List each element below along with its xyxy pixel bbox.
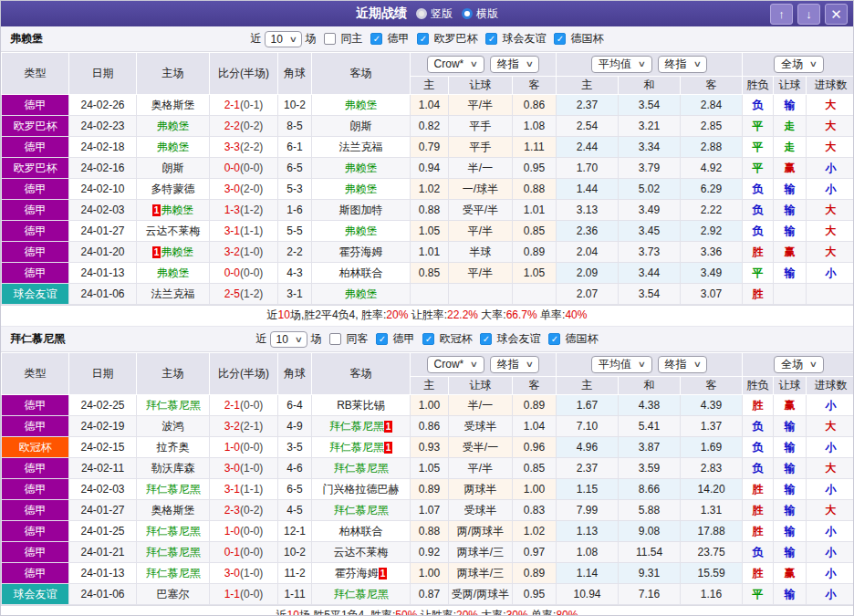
- final-odds-dropdown[interactable]: 终指∨: [490, 56, 540, 73]
- average-odds-dropdown[interactable]: 平均值∨: [591, 356, 652, 373]
- column-header-date-cell: 日期: [69, 353, 137, 395]
- average-odds-dropdown[interactable]: 平均值∨: [591, 56, 652, 73]
- league-checkbox-label: 球会友谊: [496, 331, 540, 347]
- home-team-cell: 弗赖堡: [137, 263, 210, 284]
- result-handicap: 输: [774, 458, 807, 479]
- league-checkbox-1[interactable]: ✓: [376, 333, 388, 345]
- score-halftime: (2-2): [240, 141, 263, 153]
- league-checkbox-2[interactable]: ✓: [417, 33, 429, 45]
- team-name: 拜仁慕尼黑: [334, 462, 389, 475]
- away-team-cell: 门兴格拉德巴赫: [312, 479, 411, 500]
- move-up-button[interactable]: ↑: [770, 4, 793, 25]
- league-checkbox-2[interactable]: ✓: [422, 333, 434, 345]
- team-name: 弗赖堡: [157, 120, 190, 132]
- corner-cell: 2-2: [278, 242, 312, 263]
- odds-source-dropdown[interactable]: Crow*∨: [427, 356, 484, 373]
- asian-away-odds: 1.08: [513, 116, 557, 137]
- league-cell: 德甲: [2, 95, 69, 116]
- score-cell: 3-2(2-1): [210, 416, 278, 437]
- final-odds-dropdown-2[interactable]: 终指∨: [658, 56, 708, 73]
- match-count-value: 10: [271, 33, 283, 46]
- result-outcome: 负: [743, 200, 774, 221]
- table-row: 德甲24-01-21拜仁慕尼黑0-1(0-0)10-2云达不莱梅0.92两球半/…: [2, 542, 854, 563]
- match-count-select[interactable]: 10∨: [270, 331, 308, 348]
- sub-column-header-asian-home-odds: 主: [411, 377, 449, 395]
- euro-home-odds: 2.54: [557, 116, 619, 137]
- league-cell: 德甲: [2, 500, 69, 521]
- corner-cell: 11-2: [278, 563, 312, 584]
- euro-draw-odds: 5.41: [619, 416, 681, 437]
- team-name: 朗斯: [162, 162, 184, 174]
- team-name: 多特蒙德: [151, 183, 195, 195]
- layout-radio-vertical[interactable]: 竖版: [416, 6, 453, 22]
- corner-cell: 6-1: [278, 137, 312, 158]
- result-outcome: 负: [743, 458, 774, 479]
- result-handicap: 输: [774, 500, 807, 521]
- home-team-cell: 奥格斯堡: [137, 95, 210, 116]
- away-team-cell: RB莱比锡: [312, 395, 411, 416]
- asian-home-odds: 0.79: [411, 137, 449, 158]
- away-team-cell: 拜仁慕尼黑: [312, 500, 411, 521]
- sub-column-header-handicap-line: 让球: [449, 77, 513, 95]
- asian-home-odds: [411, 284, 449, 305]
- league-checkbox-4[interactable]: ✓: [554, 33, 566, 45]
- result-outcome: 平: [743, 137, 774, 158]
- result-handicap: 赢: [774, 563, 807, 584]
- euro-home-odds: 10.94: [557, 584, 619, 605]
- score-cell: 1-3(1-2): [210, 200, 278, 221]
- league-cell: 德甲: [2, 242, 69, 263]
- handicap-line: 受球半: [449, 416, 513, 437]
- league-checkbox-label: 德国杯: [565, 331, 598, 347]
- score-halftime: (0-2): [240, 120, 263, 132]
- table-row: 德甲24-01-13弗赖堡0-0(0-0)4-3柏林联合0.85平/半1.052…: [2, 263, 854, 284]
- match-count-select[interactable]: 10∨: [265, 31, 303, 47]
- euro-home-odds: 2.37: [557, 95, 619, 116]
- score-fulltime: 0-0: [224, 266, 240, 279]
- scope-dropdown[interactable]: 全场∨: [774, 56, 824, 73]
- team-name: 拉齐奥: [157, 441, 190, 454]
- league-cell: 德甲: [2, 416, 69, 437]
- chevron-down-icon: ∨: [638, 57, 646, 71]
- chevron-down-icon: ∨: [470, 358, 478, 371]
- layout-radio-horizontal[interactable]: 横版: [462, 6, 498, 22]
- league-checkbox-4[interactable]: ✓: [548, 333, 560, 345]
- odds-source-dropdown[interactable]: Crow*∨: [427, 56, 484, 73]
- league-checkbox-3[interactable]: ✓: [485, 33, 497, 45]
- score-fulltime: 2-3: [224, 504, 240, 517]
- score-halftime: (1-1): [240, 483, 263, 496]
- final-odds-dropdown[interactable]: 终指∨: [490, 356, 540, 373]
- team-name: 云达不莱梅: [146, 224, 201, 237]
- table-row: 德甲24-02-18弗赖堡3-3(2-2)6-1法兰克福0.79平手1.112.…: [2, 137, 854, 158]
- team-name: 朗斯: [350, 120, 372, 132]
- asian-away-odds: 1.00: [513, 479, 557, 500]
- same-away-checkbox[interactable]: [329, 333, 341, 345]
- result-outcome: 平: [743, 116, 774, 137]
- move-down-button[interactable]: ↓: [797, 4, 820, 25]
- league-checkbox-3[interactable]: ✓: [480, 333, 492, 345]
- recent-results-window: 近期战绩 竖版 横版 ↑ ↓ ✕ 弗赖堡近10∨场同主✓德甲✓欧罗巴杯✓球会友谊…: [0, 0, 854, 616]
- sub-column-header-euro-home-odds: 主: [557, 377, 619, 395]
- league-cell: 德甲: [2, 479, 69, 500]
- score-cell: 1-1(0-0): [210, 584, 278, 605]
- result-goals: 小: [807, 395, 854, 416]
- same-home-checkbox[interactable]: [324, 33, 336, 45]
- score-halftime: (1-2): [240, 287, 263, 300]
- column-header-away-team-cell: 客场: [312, 353, 411, 395]
- result-handicap: 赢: [774, 395, 807, 416]
- filter-bar: 拜仁慕尼黑近10∨场同客✓德甲✓欧冠杯✓球会友谊✓德国杯: [1, 327, 853, 352]
- asian-away-odds: 1.01: [513, 200, 557, 221]
- scope-dropdown[interactable]: 全场∨: [774, 356, 824, 373]
- date-cell: 24-01-20: [69, 242, 137, 263]
- league-checkbox-1[interactable]: ✓: [370, 33, 382, 45]
- final-odds-dropdown-2[interactable]: 终指∨: [658, 356, 708, 373]
- table-row: 德甲24-01-27奥格斯堡2-3(0-2)4-5拜仁慕尼黑1.07受球半0.8…: [2, 500, 854, 521]
- asian-away-odds: [513, 284, 557, 305]
- score-fulltime: 1-3: [224, 204, 240, 216]
- result-goals: 小: [807, 263, 854, 284]
- red-card-badge: 1: [384, 421, 393, 433]
- handicap-line: 一/球半: [449, 179, 513, 200]
- asian-away-odds: 0.95: [513, 158, 557, 179]
- summary-segment: 20%: [386, 308, 408, 321]
- close-button[interactable]: ✕: [825, 4, 848, 25]
- score-cell: 3-0(2-0): [210, 179, 278, 200]
